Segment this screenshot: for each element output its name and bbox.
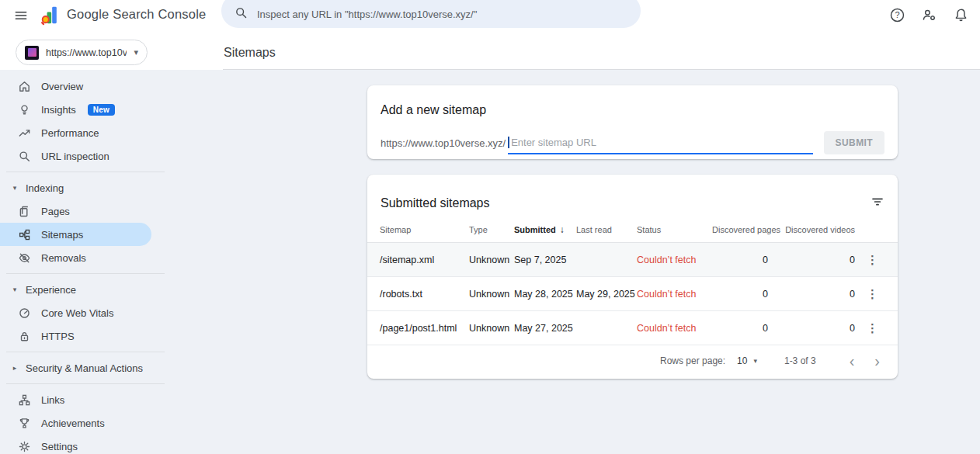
row-menu-kebab-icon[interactable]: ⋮: [865, 252, 884, 267]
sidebar-item-label: Performance: [41, 127, 99, 139]
row-menu-kebab-icon[interactable]: ⋮: [865, 286, 884, 301]
sitemap-tree-icon: [18, 228, 31, 241]
sidebar-item-core-web-vitals[interactable]: Core Web Vitals: [0, 301, 210, 324]
help-icon[interactable]: ?: [888, 6, 906, 25]
table-header-row: Sitemap Type Submitted↓ Last read Status…: [367, 217, 898, 243]
property-selector[interactable]: https://www.top10vers... ▾: [16, 40, 148, 65]
prev-page-chevron-icon[interactable]: ‹: [839, 353, 865, 369]
table-row[interactable]: /robots.txt Unknown May 28, 2025 May 29,…: [367, 277, 898, 311]
rows-per-page-label: Rows per page:: [660, 355, 725, 366]
sidebar-item-links[interactable]: Links: [0, 388, 210, 411]
cell-discovered-pages: 0: [712, 289, 768, 300]
svg-text:?: ?: [895, 10, 899, 19]
cell-status: Couldn’t fetch: [637, 255, 712, 265]
rows-per-page-value: 10: [737, 355, 747, 366]
home-icon: [18, 80, 31, 93]
col-header-sitemap[interactable]: Sitemap: [380, 225, 469, 234]
col-header-submitted[interactable]: Submitted↓: [514, 224, 576, 235]
cell-type: Unknown: [469, 323, 514, 334]
app-title: Google Search Console: [67, 7, 206, 22]
cell-sitemap: /sitemap.xml: [380, 255, 469, 265]
sidebar-divider: [6, 172, 165, 172]
cell-discovered-pages: 0: [712, 255, 768, 265]
add-sitemap-card: Add a new sitemap https://www.top10verse…: [367, 85, 898, 159]
table-row[interactable]: /page1/post1.html Unknown May 27, 2025 C…: [367, 311, 898, 345]
sidebar-item-label: Settings: [41, 441, 78, 452]
cell-discovered-pages: 0: [712, 323, 768, 334]
pagination-bar: Rows per page: 10 ▾ 1-3 of 3 ‹ ›: [367, 343, 898, 379]
sidebar-section-security-manual-actions[interactable]: ▸ Security & Manual Actions: [0, 356, 210, 379]
col-header-status[interactable]: Status: [637, 225, 712, 234]
performance-chart-icon: [18, 126, 31, 140]
cell-discovered-videos: 0: [768, 289, 855, 300]
col-header-last-read[interactable]: Last read: [576, 225, 637, 234]
cell-discovered-videos: 0: [768, 323, 855, 334]
notifications-bell-icon[interactable]: [951, 6, 970, 25]
property-favicon: [25, 46, 39, 60]
sidebar-item-https[interactable]: HTTPS: [0, 324, 210, 348]
sidebar-item-achievements[interactable]: Achievements: [0, 411, 210, 435]
add-card-title: Add a new sitemap: [381, 103, 486, 117]
lightbulb-icon: [18, 103, 31, 116]
page-title: Sitemaps: [224, 46, 276, 60]
filter-icon[interactable]: [867, 192, 888, 214]
trophy-icon: [18, 417, 31, 430]
url-prefix: https://www.top10verse.xyz/: [381, 137, 506, 149]
sidebar-item-label: Sitemaps: [41, 229, 83, 241]
sidebar-item-settings[interactable]: Settings: [0, 435, 210, 454]
sidebar-item-label: Overview: [41, 81, 83, 92]
eye-off-icon: [18, 251, 31, 265]
text-cursor: [508, 137, 509, 148]
app-root: Google Search Console Inspect any URL in…: [0, 0, 980, 454]
sidebar: Overview Insights New Performance URL in…: [0, 75, 210, 454]
sidebar-item-removals[interactable]: Removals: [0, 246, 210, 269]
caret-down-icon: ▾: [11, 286, 19, 293]
sidebar-section-indexing[interactable]: ▾ Indexing: [0, 176, 210, 199]
cell-last-read: May 29, 2025: [576, 289, 637, 300]
cell-submitted: May 27, 2025: [514, 323, 576, 334]
sidebar-item-overview[interactable]: Overview: [0, 75, 210, 98]
pages-icon: [18, 205, 31, 218]
caret-down-icon: ▾: [753, 357, 757, 365]
sidebar-item-performance[interactable]: Performance: [0, 121, 210, 144]
add-sitemap-form: https://www.top10verse.xyz/ Enter sitema…: [381, 131, 884, 154]
links-network-icon: [18, 393, 31, 407]
user-settings-icon[interactable]: [919, 6, 938, 25]
col-header-discovered-pages[interactable]: Discovered pages: [712, 225, 768, 234]
next-page-chevron-icon[interactable]: ›: [864, 353, 890, 369]
menu-icon[interactable]: [11, 5, 31, 26]
sidebar-item-label: HTTPS: [41, 331, 75, 342]
sidebar-divider: [6, 273, 165, 274]
title-divider: [223, 69, 980, 70]
col-header-discovered-videos[interactable]: Discovered videos: [768, 225, 855, 234]
rows-per-page-select[interactable]: 10 ▾: [737, 355, 757, 366]
sidebar-divider: [6, 383, 165, 384]
caret-right-icon: ▸: [11, 364, 19, 372]
sort-desc-icon: ↓: [560, 224, 565, 235]
url-inspect-searchbar[interactable]: Inspect any URL in "https://www.top10ver…: [221, 0, 641, 28]
sidebar-item-label: Achievements: [41, 418, 105, 429]
cell-discovered-videos: 0: [768, 255, 855, 265]
sidebar-item-label: Core Web Vitals: [41, 307, 113, 319]
search-icon: [235, 6, 248, 23]
sitemap-url-input[interactable]: Enter sitemap URL: [508, 132, 812, 154]
cell-sitemap: /robots.txt: [380, 289, 469, 300]
page-range: 1-3 of 3: [784, 355, 816, 366]
sidebar-item-pages[interactable]: Pages: [0, 199, 210, 223]
sidebar-item-sitemaps[interactable]: Sitemaps: [0, 223, 151, 246]
cell-submitted: Sep 7, 2025: [514, 255, 576, 265]
row-menu-kebab-icon[interactable]: ⋮: [865, 321, 884, 335]
sidebar-item-label: Links: [41, 394, 64, 406]
input-placeholder: Enter sitemap URL: [511, 137, 596, 148]
cell-sitemap: /page1/post1.html: [380, 323, 469, 334]
sidebar-section-experience[interactable]: ▾ Experience: [0, 278, 210, 301]
col-header-type[interactable]: Type: [469, 225, 514, 234]
sidebar-section-label: Indexing: [26, 182, 64, 194]
search-placeholder: Inspect any URL in "https://www.top10ver…: [257, 9, 477, 20]
speedometer-icon: [18, 307, 31, 320]
caret-down-icon: ▾: [11, 184, 19, 192]
sidebar-item-url-inspection[interactable]: URL inspection: [0, 144, 210, 168]
submit-button[interactable]: SUBMIT: [824, 131, 884, 154]
sidebar-item-insights[interactable]: Insights New: [0, 98, 210, 121]
table-row[interactable]: /sitemap.xml Unknown Sep 7, 2025 Couldn’…: [367, 243, 898, 277]
